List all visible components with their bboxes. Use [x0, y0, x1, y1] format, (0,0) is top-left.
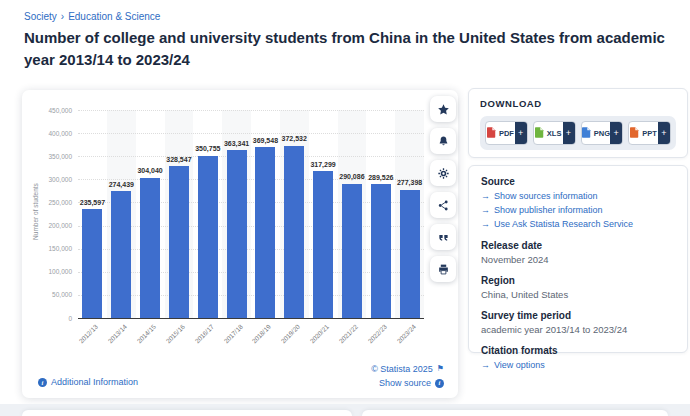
show-source-label: Show source: [379, 376, 431, 390]
source-link-show-sources-information[interactable]: →Show sources information: [481, 189, 675, 203]
y-axis-tick: 50,000: [12, 291, 72, 298]
arrow-icon: →: [481, 203, 490, 217]
download-panel-title: DOWNLOAD: [480, 98, 676, 109]
cite-button[interactable]: [430, 224, 456, 250]
download-button-label: PNG: [594, 129, 610, 138]
share-icon: [437, 199, 450, 212]
bar-2012/13[interactable]: [82, 209, 102, 318]
survey-period-heading: Survey time period: [481, 310, 675, 321]
release-date-heading: Release date: [481, 240, 675, 251]
source-link-label: Show publisher information: [494, 203, 603, 217]
download-xls-main: XLS: [534, 124, 563, 142]
page-title: Number of college and university student…: [24, 27, 678, 71]
download-pdf-button[interactable]: PDF+: [485, 121, 528, 145]
source-links: →Show sources information→Show publisher…: [481, 189, 675, 231]
share-button[interactable]: [430, 192, 456, 218]
region-heading: Region: [481, 275, 675, 286]
download-button-label: XLS: [547, 129, 562, 138]
y-axis-tick: 200,000: [12, 222, 72, 229]
gridline: [78, 156, 424, 157]
alert-button[interactable]: [430, 128, 456, 154]
survey-period-section: Survey time period academic year 2013/14…: [481, 310, 675, 336]
view-options-link[interactable]: → View options: [481, 358, 675, 372]
bar-2021/22[interactable]: [342, 184, 362, 318]
arrow-icon: →: [481, 358, 490, 372]
pdf-file-icon: [487, 124, 496, 142]
breadcrumb-item-society[interactable]: Society: [24, 11, 57, 22]
bar-2013/14[interactable]: [111, 191, 131, 318]
chart-card: Number of students 050,000100,000150,000…: [22, 90, 458, 398]
citation-formats-section: Citation formats → View options: [481, 345, 675, 372]
arrow-icon: →: [481, 217, 490, 231]
bar-value-label: 304,040: [127, 167, 173, 174]
bar-2022/23[interactable]: [371, 184, 391, 318]
download-png-button[interactable]: PNG+: [581, 121, 624, 145]
source-heading: Source: [481, 176, 675, 187]
region-section: Region China, United States: [481, 275, 675, 301]
xls-file-icon: [535, 124, 544, 142]
y-axis-tick: 350,000: [12, 153, 72, 160]
bar-value-label: 328,547: [156, 156, 202, 163]
arrow-icon: →: [481, 189, 490, 203]
download-button-label: PDF: [499, 129, 514, 138]
show-source-link[interactable]: Show source i: [371, 376, 444, 390]
bar-2023/24[interactable]: [400, 190, 420, 318]
x-axis-line: [78, 318, 424, 319]
download-options-toggle[interactable]: +: [658, 122, 670, 144]
breadcrumb-separator: ›: [61, 11, 64, 22]
info-icon: i: [38, 378, 47, 387]
download-buttons-row: PDF+XLS+PNG+PPT+: [480, 116, 676, 150]
additional-information-link[interactable]: i Additional Information: [38, 377, 138, 387]
download-options-toggle[interactable]: +: [610, 122, 622, 144]
source-link-show-publisher-information[interactable]: →Show publisher information: [481, 203, 675, 217]
breadcrumb-item-education-science[interactable]: Education & Science: [68, 11, 160, 22]
source-link-use-ask-statista-research-service[interactable]: →Use Ask Statista Research Service: [481, 217, 675, 231]
bar-2018/19[interactable]: [255, 147, 275, 318]
y-axis-tick: 0: [12, 315, 72, 322]
additional-information-label: Additional Information: [51, 377, 138, 387]
star-icon: [437, 103, 450, 116]
gridline: [78, 110, 424, 111]
ppt-file-icon: [630, 124, 639, 142]
png-file-icon: [582, 124, 591, 142]
release-date-value: November 2024: [481, 253, 675, 266]
favorite-button[interactable]: [430, 96, 456, 122]
next-section-card: [362, 410, 668, 416]
region-value: China, United States: [481, 288, 675, 301]
citation-formats-heading: Citation formats: [481, 345, 675, 356]
y-axis-tick: 150,000: [12, 245, 72, 252]
info-icon: i: [435, 379, 444, 388]
download-pdf-main: PDF: [486, 124, 515, 142]
gridline: [78, 133, 424, 134]
bar-value-label: 274,439: [98, 181, 144, 188]
survey-period-value: academic year 2013/14 to 2023/24: [481, 323, 675, 336]
bar-value-label: 317,299: [300, 161, 346, 168]
chart-action-toolbar: [430, 96, 456, 282]
bar-2020/21[interactable]: [313, 171, 333, 318]
download-png-main: PNG: [582, 124, 611, 142]
bar-value-label: 277,398: [387, 179, 433, 186]
bar-2016/17[interactable]: [198, 156, 218, 318]
bar-value-label: 372,532: [271, 135, 317, 142]
citation-quote-icon: [437, 231, 450, 244]
view-options-label: View options: [494, 358, 545, 372]
release-date-section: Release date November 2024: [481, 240, 675, 266]
bar-value-label: 235,597: [69, 199, 115, 206]
bar-2014/15[interactable]: [140, 178, 160, 319]
chart-credit: © Statista 2025 ⚑ Show source i: [371, 362, 444, 390]
download-options-toggle[interactable]: +: [515, 122, 527, 144]
y-axis-tick: 300,000: [12, 176, 72, 183]
source-link-label: Show sources information: [494, 189, 598, 203]
bar-2015/16[interactable]: [169, 166, 189, 318]
download-button-label: PPT: [642, 129, 657, 138]
download-options-toggle[interactable]: +: [563, 122, 575, 144]
download-xls-button[interactable]: XLS+: [533, 121, 576, 145]
bell-icon: [437, 135, 450, 148]
bar-2019/20[interactable]: [284, 146, 304, 318]
settings-button[interactable]: [430, 160, 456, 186]
print-button[interactable]: [430, 256, 456, 282]
download-ppt-button[interactable]: PPT+: [628, 121, 671, 145]
bar-2017/18[interactable]: [227, 150, 247, 318]
source-section: Source →Show sources information→Show pu…: [481, 176, 675, 231]
copyright-row: © Statista 2025 ⚑: [371, 362, 444, 376]
